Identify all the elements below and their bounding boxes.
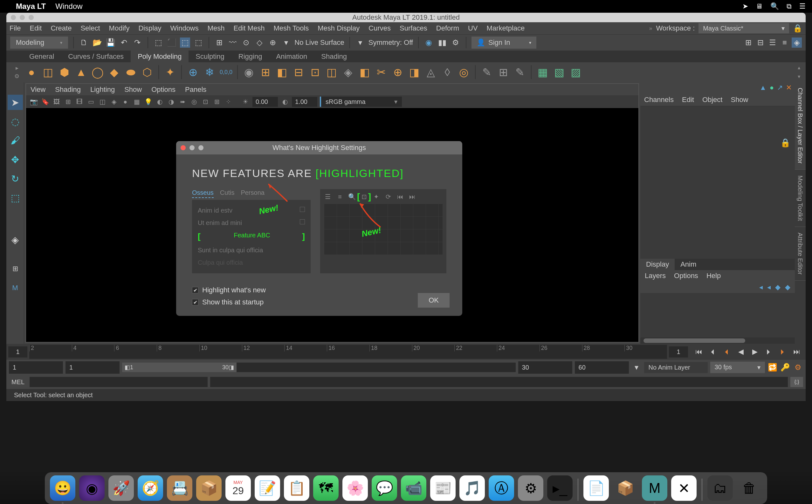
layer-icon-4[interactable]: ◆ [785,283,790,291]
menu-marketplace[interactable]: Marketplace [487,24,525,32]
tab-object[interactable]: Object [702,96,723,104]
poly-cube-icon[interactable]: ◫ [40,64,56,80]
extrude-icon[interactable]: ◨ [406,64,422,80]
menu-uv[interactable]: UV [468,24,478,32]
undo-icon[interactable]: ↶ [119,37,129,48]
sidebar-toggle-3-icon[interactable]: ☰ [768,37,778,48]
render-icon[interactable]: ◉ [424,37,434,48]
layers-menu-item[interactable]: Layers [645,272,666,280]
pt-light-icon[interactable]: 💡 [144,97,153,106]
dock-xcode-icon[interactable]: ✕ [671,475,697,501]
poly-disc-icon[interactable]: ⬬ [123,64,139,80]
pt-isolate-icon[interactable]: ⊡ [201,97,210,106]
layout-single-icon[interactable]: ⊞ [8,261,23,276]
play-back-button[interactable]: ◀ [735,346,747,358]
shelf-tab-animation[interactable]: Animation [269,50,314,63]
dialog-minimize-button[interactable] [189,145,194,150]
tab-display[interactable]: Display [640,258,675,271]
step-fwd-button[interactable]: ⏵ [763,346,774,358]
anim-end-input[interactable] [575,361,629,374]
side-tab-attribute-editor[interactable]: Attribute Editor [795,227,806,281]
live-surface-label[interactable]: No Live Surface [294,38,344,47]
tab-channels[interactable]: Channels [644,96,674,104]
panel-menu-shading[interactable]: Shading [55,85,81,94]
dock-messages-icon[interactable]: 💬 [372,475,397,501]
prefs-icon[interactable]: ⚙ [793,362,803,372]
open-scene-icon[interactable]: 📂 [92,37,102,48]
exposure-input[interactable] [252,97,278,107]
select-mask-icon[interactable]: ⬚ [193,37,203,48]
pt-texture-icon[interactable]: ▦ [132,97,141,106]
channel-lock-icon[interactable]: 🔒 [780,138,790,148]
pt-film-icon[interactable]: 🎞 [75,97,84,106]
pt-image-icon[interactable]: 🖼 [52,97,61,106]
gamma-input[interactable] [292,97,317,107]
layers-help-item[interactable]: Help [706,272,721,280]
shelf-tab-sculpting[interactable]: Sculpting [188,50,231,63]
snap-plane-icon[interactable]: ◇ [254,37,264,48]
snap-grid-icon[interactable]: ⊞ [214,37,224,48]
layer-scrollbar[interactable] [640,337,795,344]
sculpt-icon[interactable]: ✎ [479,64,495,80]
panel-menu-view[interactable]: View [31,85,45,94]
anim-start-input[interactable] [9,361,63,374]
key-back-button[interactable]: ⏴ [721,346,733,358]
rt-icon-3[interactable]: ↗ [777,84,783,92]
poly-platonic-icon[interactable]: ⬡ [139,64,155,80]
smooth-icon[interactable]: ⊡ [307,64,323,80]
pt-ao-icon[interactable]: ◑ [167,97,175,106]
pt-gate-icon[interactable]: ▭ [86,97,95,106]
dialog-close-button[interactable] [181,145,186,150]
select-component-icon[interactable]: ⬚ [180,37,190,48]
dock-calendar-icon[interactable]: MAY 29 [225,475,251,501]
sidebar-toggle-4-icon[interactable]: ≡ [780,37,790,48]
poly-sphere-icon[interactable]: ● [24,64,39,80]
pt-camera-icon[interactable]: 📷 [29,97,38,106]
menu-icon[interactable]: ☰ [799,2,806,10]
fill-hole-icon[interactable]: ◎ [456,64,472,80]
dock-textedit-icon[interactable]: 📄 [584,475,609,501]
snap-live-icon[interactable]: ⊕ [268,37,278,48]
pt-grid-icon[interactable]: ⊞ [64,97,72,106]
menu-mesh[interactable]: Mesh [208,24,225,32]
new-scene-icon[interactable]: 🗋 [79,37,89,48]
paint-select-tool[interactable]: 🖌 [8,133,23,148]
extract-icon[interactable]: ◧ [274,64,290,80]
timeline-track[interactable]: 2 4 6 8 10 12 14 16 18 20 22 24 26 28 30 [29,345,667,359]
cmd-label[interactable]: MEL [9,378,27,386]
dock-contacts-icon[interactable]: 📇 [167,475,192,501]
app-menu[interactable]: Maya LT [16,2,46,11]
lasso-tool[interactable]: ◌ [8,114,23,129]
poly-sweep-icon[interactable]: 0,0,0 [218,64,234,80]
select-tool[interactable]: ➤ [8,95,23,110]
tl-start-field[interactable]: 1 [8,346,27,358]
dock-settings-icon[interactable]: ⚙ [518,475,543,501]
go-start-button[interactable]: ⏮ [693,346,705,358]
poly-svg-icon[interactable]: ❄ [201,64,217,80]
menu-mesh-display[interactable]: Mesh Display [317,24,359,32]
quad-draw-icon[interactable]: ⊞ [495,64,511,80]
dock-terminal-icon[interactable]: ▸_ [547,475,573,501]
menu-display[interactable]: Display [138,24,161,32]
layers-options-item[interactable]: Options [674,272,698,280]
key-fwd-button[interactable]: ⏵ [777,346,788,358]
side-tab-modeling-toolkit[interactable]: Modeling Toolkit [795,170,806,227]
menu-deform[interactable]: Deform [436,24,459,32]
select-hierarchy-icon[interactable]: ⬚ [153,37,163,48]
range-end-input[interactable] [518,361,572,374]
panel-menu-lighting[interactable]: Lighting [90,85,115,94]
sidebar-toggle-5-icon[interactable]: ◈ [792,37,802,48]
menu-create[interactable]: Create [51,24,72,32]
dock-news-icon[interactable]: 📰 [430,475,456,501]
color-management-dropdown[interactable]: sRGB gamma [320,97,402,107]
signin-button[interactable]: 👤 Sign In [472,37,537,49]
symmetry-label[interactable]: Symmetry: Off [368,38,413,47]
panel-menu-options[interactable]: Options [151,85,175,94]
reduce-icon[interactable]: ◈ [340,64,356,80]
dock-maps-icon[interactable]: 🗺 [313,475,338,501]
boolean-icon[interactable]: ⊟ [290,64,306,80]
fps-dropdown[interactable]: 30 fps [710,362,765,373]
go-end-button[interactable]: ⏭ [791,346,802,358]
bevel-icon[interactable]: ◬ [423,64,439,80]
menu-edit[interactable]: Edit [30,24,42,32]
